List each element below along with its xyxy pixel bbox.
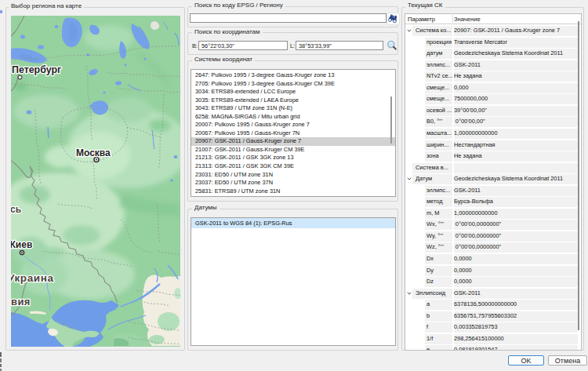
svg-text:Петербург: Петербург — [12, 64, 61, 75]
svg-text:Москва: Москва — [76, 147, 111, 158]
svg-text:вия: вия — [11, 296, 31, 307]
svg-text:Киев: Киев — [11, 239, 32, 250]
svg-text:сь: сь — [11, 204, 21, 215]
svg-text:Украина: Украина — [11, 272, 54, 284]
